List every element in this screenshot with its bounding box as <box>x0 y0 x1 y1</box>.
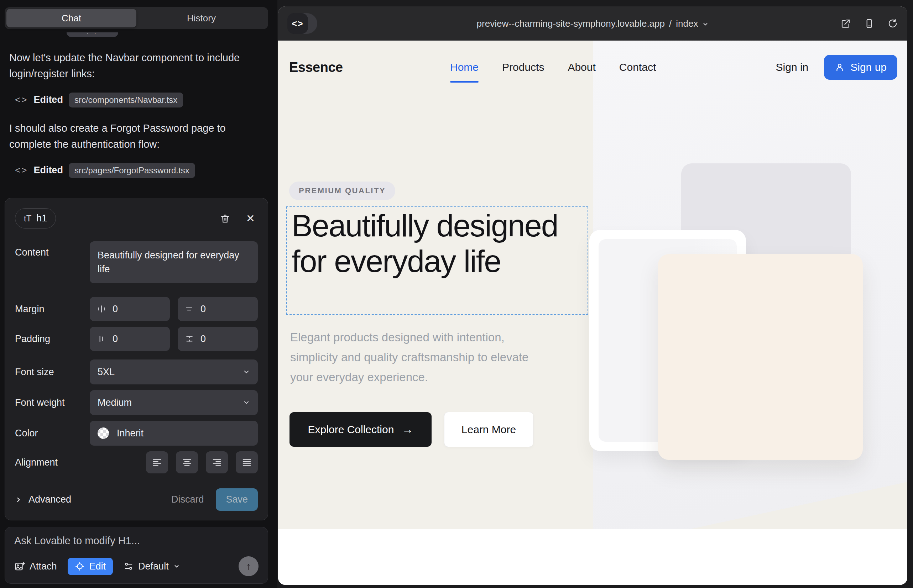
edited-file-row[interactable]: <> Edited src/pages/ForgotPassword.tsx <box>15 163 259 178</box>
padding-y-value: 0 <box>201 333 206 344</box>
padding-x-input[interactable]: 0 <box>90 327 170 351</box>
margin-x-value: 0 <box>113 304 118 315</box>
chat-sidebar: Chat History · · Now let's update the Na… <box>0 0 277 588</box>
edit-mode-button[interactable]: Edit <box>68 558 113 575</box>
preview-topbar: <> preview--charming-site-symphony.lovab… <box>278 6 907 40</box>
align-left-button[interactable] <box>146 451 168 473</box>
chevron-down-icon <box>243 399 250 406</box>
decor-card-cream <box>658 254 863 460</box>
margin-x-input[interactable]: 0 <box>90 297 170 321</box>
chevron-down-icon <box>702 21 709 27</box>
close-panel-button[interactable]: ✕ <box>246 212 255 225</box>
color-label: Color <box>15 428 90 439</box>
margin-label: Margin <box>15 304 90 315</box>
discard-button[interactable]: Discard <box>171 494 204 505</box>
chat-message: Now let's update the Navbar component to… <box>9 50 251 82</box>
external-link-icon <box>840 18 851 29</box>
alignment-row: Alignment <box>15 451 258 473</box>
sign-up-label: Sign up <box>850 61 887 73</box>
sign-in-link[interactable]: Sign in <box>776 61 809 73</box>
refresh-icon <box>887 18 898 29</box>
font-size-row: Font size 5XL <box>15 360 258 384</box>
align-justify-button[interactable] <box>236 451 258 473</box>
sliders-icon <box>123 561 134 571</box>
attach-button[interactable]: Attach <box>14 561 57 572</box>
site-logo[interactable]: Essence <box>289 60 343 75</box>
color-select[interactable]: Inherit <box>90 421 258 446</box>
explore-collection-button[interactable]: Explore Collection → <box>290 412 432 447</box>
margin-horizontal-icon <box>97 304 106 313</box>
hero-paragraph: Elegant products designed with intention… <box>290 328 536 387</box>
send-button[interactable]: ↑ <box>239 556 259 576</box>
nav-link-products[interactable]: Products <box>502 61 544 73</box>
align-left-icon <box>152 457 162 468</box>
font-size-select[interactable]: 5XL <box>90 360 258 384</box>
nav-link-home[interactable]: Home <box>450 61 479 73</box>
align-center-icon <box>181 457 192 468</box>
file-path-chip[interactable]: src/pages/ForgotPassword.tsx <box>69 163 195 178</box>
panel-header: tT h1 ✕ <box>15 208 258 228</box>
edited-label: Edited <box>34 94 63 105</box>
file-path-chip[interactable]: src/components/Navbar.tsx <box>69 92 183 108</box>
margin-y-input[interactable]: 0 <box>178 297 258 321</box>
advanced-label: Advanced <box>29 494 71 505</box>
default-mode-button[interactable]: Default <box>123 561 180 572</box>
padding-horizontal-icon <box>97 334 106 344</box>
chevron-right-icon <box>15 496 22 503</box>
sign-up-button[interactable]: Sign up <box>824 55 897 80</box>
h1-selection-outline[interactable]: Beautifully designed for everyday life <box>286 207 588 315</box>
code-icon: <> <box>287 13 308 34</box>
preview-pane: <> preview--charming-site-symphony.lovab… <box>277 0 913 588</box>
site-content: Essence Home Products About Contact Sign… <box>278 40 907 585</box>
learn-more-button[interactable]: Learn More <box>444 412 533 447</box>
chat-composer: Attach Edit <box>5 527 268 584</box>
open-in-new-tab-button[interactable] <box>840 18 851 29</box>
mobile-preview-button[interactable] <box>864 18 874 29</box>
align-justify-icon <box>241 457 252 468</box>
refresh-button[interactable] <box>887 18 898 29</box>
content-input[interactable] <box>90 241 258 283</box>
align-right-button[interactable] <box>206 451 228 473</box>
lovable-app: Chat History · · Now let's update the Na… <box>0 0 913 588</box>
font-weight-value: Medium <box>97 397 132 408</box>
premium-quality-badge: PREMIUM QUALITY <box>289 181 395 200</box>
smartphone-icon <box>864 18 874 29</box>
sidebar-tabbar: Chat History <box>5 7 268 29</box>
font-weight-select[interactable]: Medium <box>90 390 258 415</box>
preview-window: <> preview--charming-site-symphony.lovab… <box>278 6 907 585</box>
composer-input[interactable] <box>14 535 259 549</box>
target-icon <box>75 561 85 571</box>
margin-y-value: 0 <box>201 304 206 315</box>
margin-vertical-icon <box>185 304 194 313</box>
nav-link-contact[interactable]: Contact <box>619 61 656 73</box>
attach-label: Attach <box>29 561 57 572</box>
url-host: preview--charming-site-symphony.lovable.… <box>477 18 665 29</box>
user-icon <box>835 62 845 72</box>
padding-x-value: 0 <box>113 333 118 344</box>
url-bar[interactable]: preview--charming-site-symphony.lovable.… <box>278 6 907 40</box>
chat-message: I should also create a Forgot Password p… <box>9 120 251 152</box>
align-center-button[interactable] <box>176 451 198 473</box>
attach-image-icon <box>14 561 25 572</box>
chat-messages: Now let's update the Navbar component to… <box>9 50 259 191</box>
hero-heading[interactable]: Beautifully designed for everyday life <box>291 208 566 279</box>
nav-link-about[interactable]: About <box>568 61 596 73</box>
url-separator: / <box>669 18 672 29</box>
delete-element-button[interactable] <box>220 213 230 224</box>
tab-chat[interactable]: Chat <box>6 9 136 27</box>
color-row: Color Inherit <box>15 421 258 446</box>
code-icon: <> <box>15 165 28 176</box>
color-swatch <box>97 428 109 439</box>
save-button[interactable]: Save <box>216 488 258 511</box>
alignment-label: Alignment <box>15 457 90 468</box>
align-right-icon <box>212 457 222 468</box>
padding-label: Padding <box>15 333 90 344</box>
padding-y-input[interactable]: 0 <box>178 327 258 351</box>
edited-file-row[interactable]: <> Edited src/components/Navbar.tsx <box>15 92 259 108</box>
code-view-toggle[interactable]: <> <box>287 13 317 34</box>
element-tag-pill[interactable]: tT h1 <box>15 208 56 228</box>
advanced-toggle[interactable]: Advanced <box>15 494 71 505</box>
margin-field-row: Margin 0 <box>15 297 258 321</box>
tab-history[interactable]: History <box>136 9 266 27</box>
scrolled-chip[interactable]: · · <box>66 32 118 37</box>
